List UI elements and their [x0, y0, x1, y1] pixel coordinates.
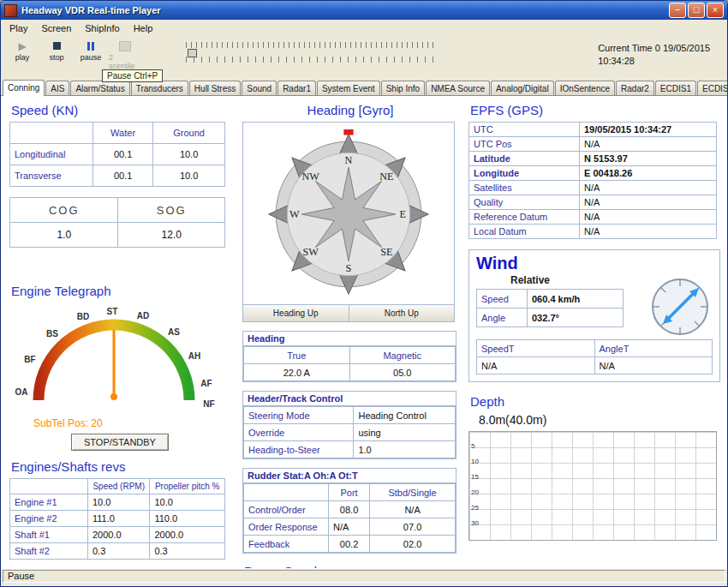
rudder-corner-cell [244, 484, 329, 501]
depth-graph: 5 10 15 20 25 30 [468, 431, 717, 541]
heading-to-steer-label: Heading-to-Steer [244, 441, 354, 458]
depth-axis-25: 25 [471, 504, 479, 512]
tab-hull-stress[interactable]: Hull Stress [189, 81, 241, 95]
satellites-label: Satellites [469, 181, 580, 195]
depth-panel-title: Depth [470, 394, 720, 409]
tab-nmea-source[interactable]: NMEA Source [426, 81, 490, 95]
titlebar[interactable]: Headway VDR Real-time Player − □ × [1, 1, 727, 20]
minimize-button[interactable]: − [669, 3, 686, 18]
tab-system-event[interactable]: System Event [317, 81, 380, 95]
depth-value: 8.0m(40.0m) [479, 413, 720, 427]
time-slider[interactable] [186, 42, 434, 63]
tab-conning[interactable]: Conning [3, 80, 45, 96]
engine2-speed: 111.0 [88, 511, 150, 527]
heading-up-button[interactable]: Heading Up [243, 305, 349, 321]
table-row: Override using [244, 424, 456, 441]
tab-analog-digital[interactable]: Analog/Digital [491, 81, 554, 95]
feedback-stbd: 02.0 [370, 536, 456, 553]
speed-table: Water Ground Longitudinal 00.1 10.0 Tran… [9, 122, 225, 187]
stop-standby-button[interactable]: STOP/STANDBY [71, 434, 169, 451]
speed-longitudinal-water: 00.1 [93, 144, 153, 165]
utc-pos-value: N/A [580, 137, 717, 152]
tab-alarm-status[interactable]: Alarm/Status [70, 81, 129, 95]
feedback-port: 00.2 [329, 536, 370, 553]
tab-radar2[interactable]: Radar2 [616, 81, 654, 95]
tab-ionsentence[interactable]: IOnSentence [555, 81, 615, 95]
menu-play[interactable]: Play [3, 21, 34, 35]
menu-help[interactable]: Help [127, 21, 160, 35]
stop-button[interactable]: stop [40, 38, 73, 63]
window-title: Headway VDR Real-time Player [21, 5, 669, 15]
telegraph-label-bf: BF [24, 355, 35, 364]
cog-sog-table: COG SOG 1.0 12.0 [9, 197, 225, 248]
engines-header-pitch: Propeller pitch % [150, 479, 225, 494]
pause-icon [87, 39, 94, 52]
telegraph-label-ah: AH [188, 351, 200, 361]
compass-rose: N NE E SE S SW W NW [264, 129, 433, 299]
latitude-label: Latitude [469, 152, 580, 166]
tab-ais[interactable]: AIS [45, 81, 69, 95]
wind-true-table: SpeedT AngleT N/A N/A [476, 339, 713, 374]
window-controls: − □ × [669, 3, 724, 18]
engine1-speed: 10.0 [88, 494, 150, 511]
cog-value: 1.0 [10, 223, 118, 248]
right-column: EPFS (GPS) UTC 19/05/2015 10:34:27 UTC P… [468, 103, 720, 561]
scentile-label: 2 scentile [109, 53, 141, 70]
control-order-port: 08.0 [329, 501, 370, 518]
steering-mode-value: Heading Control [354, 407, 456, 424]
telegraph-label-nf: NF [203, 399, 214, 409]
feedback-label: Feedback [244, 536, 329, 553]
depth-axis-30: 30 [471, 519, 479, 527]
menu-screen[interactable]: Screen [34, 21, 78, 35]
order-response-label: Order Response [244, 518, 329, 536]
heading-true-value: 22.0 A [244, 364, 350, 381]
tab-ecdis2[interactable]: ECDIS2 [697, 81, 728, 95]
wind-anglet-label: AngleT [594, 340, 713, 357]
gyro-panel-title: Heading [Gyro] [244, 103, 456, 117]
wind-speedt-value: N/A [477, 357, 595, 374]
wind-angle-label: Angle [477, 308, 528, 327]
play-button[interactable]: ▶ play [6, 38, 39, 63]
compass-point-sw: SW [302, 246, 319, 258]
tab-radar1[interactable]: Radar1 [277, 81, 316, 95]
table-row: 1.0 12.0 [10, 223, 225, 248]
play-icon: ▶ [18, 39, 26, 52]
depth-axis-10: 10 [471, 458, 479, 465]
control-order-stbd: N/A [370, 501, 456, 518]
pause-button[interactable]: pause [75, 38, 107, 63]
table-row: Steering Mode Heading Control [244, 407, 456, 424]
engines-header-speed: Speed (RPM) [88, 479, 150, 494]
cog-label: COG [10, 198, 118, 223]
menu-bar: Play Screen ShipInfo Help [1, 20, 727, 36]
speed-longitudinal-ground: 10.0 [153, 144, 225, 165]
utc-pos-label: UTC Pos [469, 137, 580, 152]
rudder-col-stbd: Stbd/Single [370, 484, 456, 501]
epfs-panel-title: EPFS (GPS) [470, 103, 720, 117]
telegraph-label-oa: OA [15, 387, 28, 397]
maximize-button[interactable]: □ [688, 3, 705, 18]
stop-icon [53, 39, 61, 52]
table-row: Shaft #2 0.3 0.3 [10, 543, 225, 560]
table-row: Longitudinal 00.1 10.0 [10, 144, 225, 165]
speed-longitudinal-label: Longitudinal [10, 144, 93, 165]
table-row: Longitude E 00418.26 [469, 166, 717, 181]
table-row: Quality N/A [469, 195, 717, 210]
slider-thumb[interactable] [188, 49, 197, 57]
tab-transducers[interactable]: Transducers [131, 81, 188, 95]
slider-track[interactable] [186, 48, 434, 57]
engines-corner-cell [10, 479, 88, 494]
stop-label: stop [49, 53, 63, 62]
tab-sound[interactable]: Sound [242, 81, 277, 95]
track-control-table: Steering Mode Heading Control Override u… [243, 406, 456, 458]
satellites-value: N/A [580, 181, 717, 195]
tab-ship-info[interactable]: Ship Info [381, 81, 425, 95]
north-up-button[interactable]: North Up [349, 305, 455, 321]
menu-shipinfo[interactable]: ShipInfo [78, 21, 126, 35]
table-row: Speed 060.4 km/h [477, 290, 624, 308]
sog-label: SOG [118, 198, 225, 223]
engine-telegraph-gauge: OA BF BS BD ST AD AS AH AF NF [9, 302, 220, 417]
depth-axis-20: 20 [471, 488, 479, 496]
close-button[interactable]: × [707, 3, 724, 18]
engine-telegraph-title: Engine Telegraph [11, 284, 230, 298]
tab-ecdis1[interactable]: ECDIS1 [655, 81, 696, 95]
